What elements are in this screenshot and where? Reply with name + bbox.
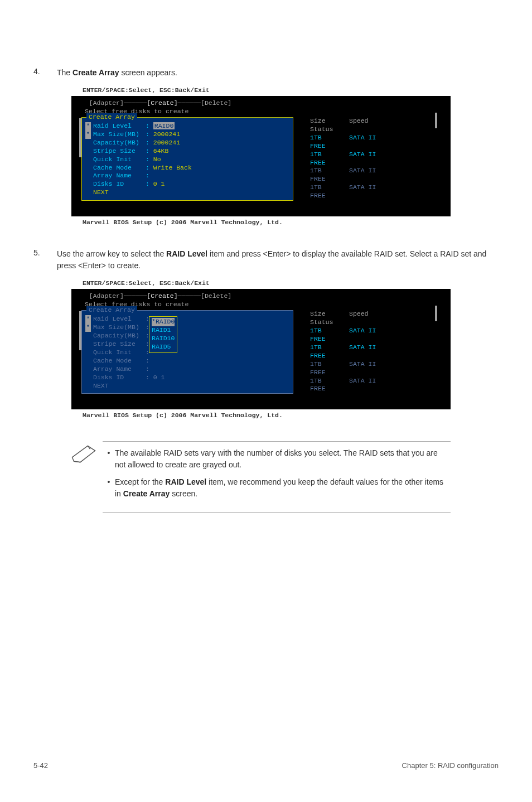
page-number: 5-42	[33, 761, 48, 770]
note-block: •The available RAID sets vary with the n…	[71, 441, 451, 513]
table-header: SizeSpeedStatus	[310, 310, 435, 327]
table-row[interactable]: 1TBSATA IIFREE	[310, 360, 435, 377]
table-row[interactable]: 1TBSATA IIFREE	[310, 134, 435, 151]
dropdown-option[interactable]: RAID5	[152, 343, 175, 351]
dropdown-option[interactable]: RAID1	[152, 326, 175, 335]
bios-screenshot-2: ENTER/SPACE:Select, ESC:Back/Exit [Adapt…	[71, 279, 499, 422]
row-stripe[interactable]: Stripe Size: 64KB	[85, 147, 289, 156]
scrollbar-right[interactable]	[435, 306, 437, 321]
row-array[interactable]: Array Name:	[85, 172, 289, 180]
table-row[interactable]: 1TBSATA IIFREE	[310, 344, 435, 360]
tab-adapter[interactable]: [Adapter]	[89, 292, 124, 299]
tab-delete[interactable]: [Delete]	[201, 292, 231, 299]
create-array-panel: Create Array *Raid Level: RAID0 *Max Siz…	[81, 117, 293, 201]
table-row[interactable]: 1TBSATA IIFREE	[310, 377, 435, 394]
tab-delete[interactable]: [Delete]	[201, 99, 231, 107]
note-item: •Except for the RAID Level item, we reco…	[103, 476, 451, 500]
scrollbar-right[interactable]	[435, 113, 437, 128]
bios-tabs: [Adapter]──────[Create]──────[Delete]	[81, 99, 435, 108]
row-next[interactable]: NEXT	[85, 189, 289, 197]
step-5: 5. Use the arrow key to select the RAID …	[33, 248, 499, 272]
table-row[interactable]: 1TBSATA IIFREE	[310, 151, 435, 167]
row-cache[interactable]: Cache Mode: Write Back	[85, 164, 289, 172]
tab-adapter[interactable]: [Adapter]	[89, 99, 124, 107]
bios-header: ENTER/SPACE:Select, ESC:Back/Exit	[71, 279, 451, 289]
row-disks: Disks ID: 0 1	[85, 180, 289, 189]
step-4: 4. The Create Array screen appears.	[33, 67, 499, 79]
dropdown-option[interactable]: *RAID0	[152, 318, 175, 326]
step-text: Use the arrow key to select the RAID Lev…	[57, 248, 499, 272]
step-num: 4.	[33, 67, 57, 79]
note-list: •The available RAID sets vary with the n…	[103, 441, 451, 513]
table-row[interactable]: 1TBSATA IIFREE	[310, 167, 435, 183]
bios-header: ENTER/SPACE:Select, ESC:Back/Exit	[71, 86, 451, 96]
panel-title: Create Array	[86, 113, 137, 122]
create-array-panel-dim: Create Array *RAID0 RAID1 RAID10 RAID5 *…	[81, 310, 293, 394]
dropdown-option[interactable]: RAID10	[152, 335, 175, 343]
step-num: 5.	[33, 248, 57, 272]
panel-title: Create Array	[86, 306, 137, 315]
table-row[interactable]: 1TBSATA IIFREE	[310, 183, 435, 200]
step-text: The Create Array screen appears.	[57, 67, 499, 79]
note-item: •The available RAID sets vary with the n…	[103, 447, 451, 471]
note-icon	[71, 441, 103, 513]
bios-footer: Marvell BIOS Setup (c) 2006 Marvell Tech…	[71, 409, 451, 422]
disk-table: SizeSpeedStatus 1TBSATA IIFREE 1TBSATA I…	[293, 117, 435, 201]
page-footer: 5-42 Chapter 5: RAID configuration	[33, 761, 499, 770]
row-max-size: *Max Size(MB): 2000241	[85, 131, 289, 139]
tab-create[interactable]: [Create]	[147, 99, 177, 107]
bios-footer: Marvell BIOS Setup (c) 2006 Marvell Tech…	[71, 216, 451, 229]
chapter-label: Chapter 5: RAID configuration	[402, 761, 499, 770]
table-row[interactable]: 1TBSATA IIFREE	[310, 327, 435, 344]
row-quick[interactable]: Quick Init: No	[85, 156, 289, 164]
raid-level-dropdown[interactable]: *RAID0 RAID1 RAID10 RAID5	[149, 316, 177, 353]
row-capacity[interactable]: Capacity(MB): 2000241	[85, 139, 289, 147]
bios-screenshot-1: ENTER/SPACE:Select, ESC:Back/Exit [Adapt…	[71, 86, 499, 229]
tab-create[interactable]: [Create]	[147, 292, 177, 299]
disk-table: SizeSpeedStatus 1TBSATA IIFREE 1TBSATA I…	[293, 310, 435, 394]
table-header: SizeSpeedStatus	[310, 117, 435, 134]
bios-tabs: [Adapter]──────[Create]──────[Delete]	[81, 292, 435, 301]
